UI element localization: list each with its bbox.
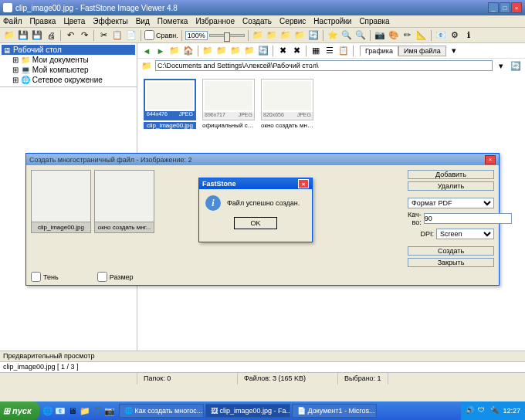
menu-effects[interactable]: Эффекты (93, 17, 127, 25)
menu-colors[interactable]: Цвета (63, 17, 85, 25)
tray-icon[interactable]: 🛡 (478, 406, 487, 415)
zoom-slider[interactable] (209, 34, 245, 37)
ql-icon[interactable]: 🎵 (92, 405, 103, 416)
nav-icon[interactable]: 📁 (215, 45, 228, 57)
tool-icon[interactable]: 🔄 (307, 29, 320, 42)
dialog-thumb[interactable]: окно создать мнг... (94, 170, 154, 267)
view-icon[interactable]: ☰ (323, 45, 336, 57)
tool-icon[interactable]: ⚙ (449, 29, 461, 42)
tool-icon[interactable]: 📧 (435, 29, 447, 42)
compare-checkbox[interactable] (144, 30, 154, 40)
create-button[interactable]: Создать (408, 246, 494, 256)
save-icon[interactable]: 💾 (17, 29, 29, 42)
close-button[interactable]: Закрыть (408, 258, 494, 267)
clock[interactable]: 12:27 (503, 407, 520, 415)
folder-icon[interactable]: 📁 (3, 29, 15, 42)
ql-icon[interactable]: 📷 (104, 405, 115, 416)
dialog-thumb[interactable]: clip_image00.jpg (31, 170, 91, 267)
path-input[interactable] (155, 60, 493, 71)
tool-icon[interactable]: ✏ (401, 29, 414, 42)
view-icon[interactable]: 📋 (337, 45, 350, 57)
thumbnail-item[interactable]: 644x476JPEG clip_image00.jpg (144, 79, 196, 129)
menu-service[interactable]: Сервис (279, 17, 306, 25)
shadow-checkbox[interactable]: Тень (31, 272, 59, 282)
menu-view[interactable]: Вид (136, 17, 150, 25)
maximize-button[interactable]: □ (500, 2, 510, 13)
nav-icon[interactable]: 📁 (202, 45, 214, 57)
tree-root[interactable]: 🖥 Рабочий стол (2, 45, 135, 55)
tool-icon[interactable]: 📁 (293, 29, 306, 42)
nav-icon[interactable]: ✖ (290, 45, 303, 57)
task-button[interactable]: 📄 Документ1 - Micros... (292, 404, 377, 418)
tool-icon[interactable]: 📐 (415, 29, 428, 42)
ql-icon[interactable]: 🖥 (67, 405, 78, 416)
tool-icon[interactable]: 📁 (252, 29, 264, 42)
tree-item[interactable]: ⊞ 💻 Мой компьютер (2, 65, 135, 75)
info-icon: i (205, 195, 221, 211)
zoom-value[interactable]: 100% (185, 31, 208, 40)
msgbox-titlebar[interactable]: FastStone × (199, 178, 312, 189)
nav-icon[interactable]: 📁 (229, 45, 242, 57)
dpi-select[interactable]: Screen (436, 229, 494, 239)
tab-graphics[interactable]: Графика (360, 46, 398, 56)
menu-help[interactable]: Справка (359, 17, 389, 25)
save-as-icon[interactable]: 💾 (31, 29, 43, 42)
minimize-button[interactable]: _ (488, 2, 499, 13)
ok-button[interactable]: OK (234, 217, 277, 229)
back-icon[interactable]: ◄ (141, 45, 153, 57)
menu-settings[interactable]: Настройки (313, 17, 351, 25)
cut-icon[interactable]: ✂ (97, 29, 110, 42)
menu-edit[interactable]: Правка (30, 17, 56, 25)
menu-mark[interactable]: Пометка (158, 17, 188, 25)
undo-icon[interactable]: ↶ (64, 29, 76, 42)
menu-file[interactable]: Файл (3, 17, 22, 25)
task-button[interactable]: 🌐 Как создать многос... (119, 404, 204, 418)
close-button[interactable]: × (511, 2, 522, 13)
tool-icon[interactable]: 📷 (374, 29, 386, 42)
nav-icon[interactable]: ✖ (276, 45, 289, 57)
go-icon[interactable]: ▾ (495, 59, 507, 72)
ql-icon[interactable]: 📧 (55, 405, 66, 416)
ql-icon[interactable]: 📁 (80, 405, 90, 416)
up-icon[interactable]: 📁 (168, 45, 181, 57)
nav-icon[interactable]: 📁 (243, 45, 256, 57)
print-icon[interactable]: 🖨 (45, 29, 57, 42)
size-checkbox[interactable]: Размер (97, 272, 134, 282)
tool-icon[interactable]: 🔍 (340, 29, 353, 42)
ql-icon[interactable]: 🌐 (42, 405, 53, 416)
menu-create[interactable]: Создать (242, 17, 272, 25)
view-icon[interactable]: ▦ (310, 45, 322, 57)
home-icon[interactable]: 🏠 (182, 45, 195, 57)
copy-icon[interactable]: 📋 (111, 29, 124, 42)
tool-icon[interactable]: 📁 (279, 29, 292, 42)
quality-input[interactable] (424, 213, 512, 224)
start-button[interactable]: ⊞ пуск (0, 401, 39, 420)
refresh-icon[interactable]: 🔄 (257, 45, 269, 57)
thumbnail-item[interactable]: 896x717JPEG официальный сайт.jpg (202, 79, 255, 129)
task-button[interactable]: 🖼 clip_image00.jpg - Fa... (205, 404, 290, 418)
format-select[interactable]: Формат PDF (408, 198, 494, 208)
forward-icon[interactable]: ► (154, 45, 167, 57)
dropdown-icon[interactable]: ▾ (448, 45, 460, 57)
tray-icon[interactable]: 🔌 (490, 406, 500, 415)
tool-icon[interactable]: 🎨 (388, 29, 400, 42)
tool-icon[interactable]: 📁 (266, 29, 278, 42)
paste-icon[interactable]: 📄 (125, 29, 137, 42)
add-button[interactable]: Добавить (408, 170, 494, 179)
close-icon[interactable]: × (485, 155, 496, 164)
tool-icon[interactable]: 🔍 (354, 29, 367, 42)
tray-icon[interactable]: 🔊 (466, 406, 475, 415)
tool-icon[interactable]: ⭐ (327, 29, 339, 42)
tree-item[interactable]: ⊞ 📁 Мои документы (2, 55, 135, 65)
tab-filename[interactable]: Имя файла (398, 46, 446, 56)
refresh-icon[interactable]: 🔄 (510, 59, 522, 72)
status-folders: Папок: 0 (137, 373, 238, 384)
redo-icon[interactable]: ↷ (78, 29, 90, 42)
close-icon[interactable]: × (298, 179, 309, 188)
delete-button[interactable]: Удалить (408, 181, 494, 191)
menu-favorites[interactable]: Избранное (195, 17, 235, 25)
tool-icon[interactable]: ℹ (462, 29, 475, 42)
tree-item[interactable]: ⊞ 🌐 Сетевое окружение (2, 75, 135, 85)
dialog-titlebar[interactable]: Создать многостраничный файл - Изображен… (26, 154, 499, 165)
thumbnail-item[interactable]: 820x656JPEG окно создать многос... (261, 79, 313, 129)
